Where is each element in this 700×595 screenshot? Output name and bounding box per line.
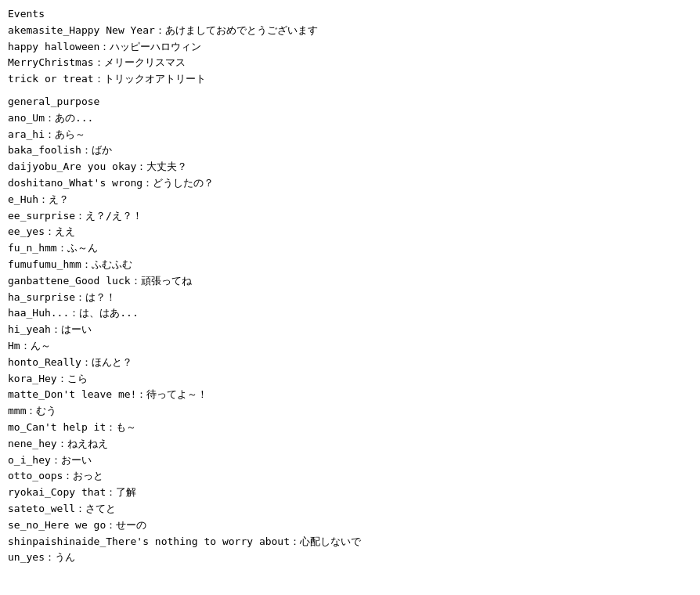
line-item: ano_Um：あの... — [8, 110, 692, 127]
line-item: sateto_well：さてと — [8, 501, 692, 517]
line-item: daijyobu_Are you okay：大丈夫？ — [8, 159, 692, 175]
line-item: fu_n_hmm：ふ～ん — [8, 240, 692, 257]
line-item: hi_yeah：はーい — [8, 322, 692, 338]
line-item: Hm：ん～ — [8, 338, 692, 355]
line-item: se_no_Here we go：せーの — [8, 517, 692, 534]
line-item: ara_hi：あら～ — [8, 127, 692, 143]
line-item: Events — [8, 6, 692, 23]
line-item: e_Huh：え？ — [8, 192, 692, 208]
line-item: matte_Don't leave me!：待ってよ～！ — [8, 387, 692, 403]
line-item: kora_Hey：こら — [8, 371, 692, 388]
sections-container: Eventsakemasite_Happy New Year：あけましておめでと… — [8, 6, 692, 566]
line-item: doshitano_What's wrong：どうしたの？ — [8, 175, 692, 192]
section-events: Eventsakemasite_Happy New Year：あけましておめでと… — [8, 6, 692, 88]
line-item: MerryChristmas：メリークリスマス — [8, 55, 692, 71]
line-item: general_purpose — [8, 94, 692, 110]
line-item: haa_Huh...：は、はあ... — [8, 305, 692, 322]
line-item: un_yes：うん — [8, 550, 692, 566]
line-item: mo_Can't help it：も～ — [8, 420, 692, 436]
line-item: akemasite_Happy New Year：あけましておめでとうございます — [8, 23, 692, 39]
line-item: otto_oops：おっと — [8, 468, 692, 485]
line-item: mmm：むう — [8, 403, 692, 420]
line-item: baka_foolish：ばか — [8, 142, 692, 159]
line-item: happy halloween：ハッピーハロウィン — [8, 39, 692, 56]
line-item: nene_hey：ねえねえ — [8, 436, 692, 453]
line-item: ha_surprise：は？！ — [8, 290, 692, 306]
line-item: ryokai_Copy that：了解 — [8, 485, 692, 501]
line-item: ee_yes：ええ — [8, 224, 692, 240]
page-container: Eventsakemasite_Happy New Year：あけましておめでと… — [8, 6, 692, 566]
line-item: honto_Really：ほんと？ — [8, 355, 692, 371]
line-item: fumufumu_hmm：ふむふむ — [8, 257, 692, 273]
line-item: trick or treat：トリックオアトリート — [8, 71, 692, 88]
section-general_purpose: general_purposeano_Um：あの...ara_hi：あら～bak… — [8, 94, 692, 566]
line-item: ee_surprise：え？/え？！ — [8, 208, 692, 225]
line-item: shinpaishinaide_There's nothing to worry… — [8, 534, 692, 550]
line-item: o_i_hey：おーい — [8, 453, 692, 469]
line-item: ganbattene_Good luck：頑張ってね — [8, 273, 692, 290]
